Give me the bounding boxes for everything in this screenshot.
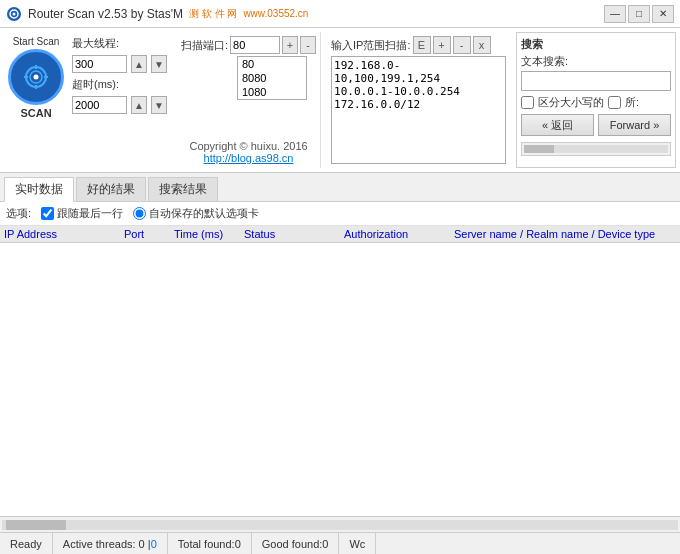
ip-header: 输入IP范围扫描: E + - x: [331, 36, 506, 54]
top-panel: Start Scan SCAN 最大线程:: [0, 28, 680, 173]
search-scrollbar[interactable]: [521, 142, 671, 156]
all-checkbox[interactable]: [608, 96, 621, 109]
ip-remove-button[interactable]: -: [453, 36, 471, 54]
forward-button[interactable]: Forward »: [598, 114, 671, 136]
col-header-ip[interactable]: IP Address: [4, 228, 124, 240]
scan-label: SCAN: [20, 107, 51, 119]
all-label: 所:: [625, 95, 639, 110]
search-section: 搜索 文本搜索: 区分大小写的 所: « 返回 Forward »: [516, 32, 676, 168]
port-dropdown: 80 8080 1080: [237, 56, 307, 100]
ip-close-button[interactable]: x: [473, 36, 491, 54]
timeout-row: 超时(ms):: [72, 77, 167, 92]
copyright-link[interactable]: http://blog.as98.cn: [181, 152, 316, 164]
start-scan-label: Start Scan: [13, 36, 60, 47]
status-good-found: Good found: 0: [252, 533, 340, 554]
title-bar-left: Router Scan v2.53 by Stas'M 测 软 件 网 www.…: [6, 6, 308, 22]
col-header-status[interactable]: Status: [244, 228, 344, 240]
port-option-80[interactable]: 80: [238, 57, 306, 71]
watermark-sub: www.03552.cn: [243, 8, 308, 19]
minimize-button[interactable]: —: [604, 5, 626, 23]
scan-button[interactable]: [8, 49, 64, 105]
horizontal-scrollbar[interactable]: [0, 516, 680, 532]
port-input[interactable]: [230, 36, 280, 54]
status-bar: Ready Active threads: 0 | 0 Total found:…: [0, 532, 680, 554]
follow-last-label: 跟随最后一行: [57, 206, 123, 221]
watermark-text: 测 软 件 网: [189, 7, 237, 21]
timeout-input-row: ▲ ▼: [72, 96, 167, 114]
main-content: IP Address Port Time (ms) Status Authori…: [0, 226, 680, 532]
port-section: 扫描端口: + - 80 8080 1080 Copyright © huixu…: [177, 32, 321, 168]
app-title: Router Scan v2.53 by Stas'M: [28, 7, 183, 21]
options-row: 选项: 跟随最后一行 自动保存的默认选项卡: [0, 202, 680, 226]
ip-add-button[interactable]: +: [433, 36, 451, 54]
status-active-threads: Active threads: 0 | 0: [53, 533, 168, 554]
scan-area: Start Scan SCAN 最大线程:: [8, 36, 167, 119]
auto-save-label: 自动保存的默认选项卡: [149, 206, 259, 221]
svg-point-5: [34, 75, 39, 80]
status-ready: Ready: [0, 533, 53, 554]
back-button[interactable]: « 返回: [521, 114, 594, 136]
copyright-text: Copyright © huixu. 2016: [181, 140, 316, 152]
search-input[interactable]: [521, 71, 671, 91]
close-button[interactable]: ✕: [652, 5, 674, 23]
port-remove-button[interactable]: -: [300, 36, 316, 54]
search-scroll-track: [524, 145, 668, 153]
app-icon: [6, 6, 22, 22]
h-scroll-thumb: [6, 520, 66, 530]
table-body: [0, 243, 680, 516]
ip-range-section: 输入IP范围扫描: E + - x 192.168.0-10,100,199.1…: [327, 32, 510, 168]
window-controls: — □ ✕: [604, 5, 674, 23]
max-threads-row: 最大线程:: [72, 36, 167, 51]
port-add-button[interactable]: +: [282, 36, 298, 54]
ip-e-button[interactable]: E: [413, 36, 431, 54]
timeout-label: 超时(ms):: [72, 77, 119, 92]
timeout-up[interactable]: ▲: [131, 96, 147, 114]
search-title: 搜索: [521, 37, 671, 52]
status-total-found: Total found: 0: [168, 533, 252, 554]
col-header-auth[interactable]: Authorization: [344, 228, 454, 240]
scan-button-container: Start Scan SCAN: [8, 36, 64, 119]
search-scroll-thumb: [524, 145, 554, 153]
max-threads-up[interactable]: ▲: [131, 55, 147, 73]
case-sensitive-checkbox[interactable]: [521, 96, 534, 109]
active-threads-link[interactable]: 0: [151, 538, 157, 550]
max-threads-label: 最大线程:: [72, 36, 119, 51]
port-header: 扫描端口: + -: [181, 36, 316, 54]
col-header-server[interactable]: Server name / Realm name / Device type: [454, 228, 676, 240]
case-sensitive-row: 区分大小写的 所:: [521, 95, 671, 110]
ip-range-textarea[interactable]: 192.168.0-10,100,199.1,254 10.0.0.1-10.0…: [331, 56, 506, 164]
svg-point-2: [13, 12, 16, 15]
port-option-8080[interactable]: 8080: [238, 71, 306, 85]
title-bar: Router Scan v2.53 by Stas'M 测 软 件 网 www.…: [0, 0, 680, 28]
h-scroll-track: [2, 520, 678, 530]
timeout-down[interactable]: ▼: [151, 96, 167, 114]
max-threads-input[interactable]: [72, 55, 127, 73]
copyright: Copyright © huixu. 2016 http://blog.as98…: [181, 130, 316, 164]
case-sensitive-label: 区分大小写的: [538, 95, 604, 110]
timeout-input[interactable]: [72, 96, 127, 114]
scan-section: Start Scan SCAN 最大线程:: [4, 32, 171, 168]
tab-search-results[interactable]: 搜索结果: [148, 177, 218, 201]
follow-last-checkbox[interactable]: [41, 207, 54, 220]
ip-label: 输入IP范围扫描:: [331, 38, 410, 53]
auto-save-radio[interactable]: [133, 207, 146, 220]
options-label: 选项:: [6, 206, 31, 221]
max-threads-down[interactable]: ▼: [151, 55, 167, 73]
col-header-time[interactable]: Time (ms): [174, 228, 244, 240]
tab-good-results[interactable]: 好的结果: [76, 177, 146, 201]
table-header: IP Address Port Time (ms) Status Authori…: [0, 226, 680, 243]
nav-buttons: « 返回 Forward »: [521, 114, 671, 136]
port-label: 扫描端口:: [181, 38, 228, 53]
tab-bar: 实时数据 好的结果 搜索结果: [0, 173, 680, 202]
port-option-1080[interactable]: 1080: [238, 85, 306, 99]
scan-icon-svg: [20, 61, 52, 93]
auto-save-option: 自动保存的默认选项卡: [133, 206, 259, 221]
status-wc: Wc: [339, 533, 376, 554]
tab-realtime[interactable]: 实时数据: [4, 177, 74, 202]
follow-last-option: 跟随最后一行: [41, 206, 123, 221]
col-header-port[interactable]: Port: [124, 228, 174, 240]
maximize-button[interactable]: □: [628, 5, 650, 23]
params-section: 最大线程: ▲ ▼ 超时(ms): ▲ ▼: [72, 36, 167, 114]
max-threads-input-row: ▲ ▼: [72, 55, 167, 73]
text-search-label: 文本搜索:: [521, 54, 671, 69]
